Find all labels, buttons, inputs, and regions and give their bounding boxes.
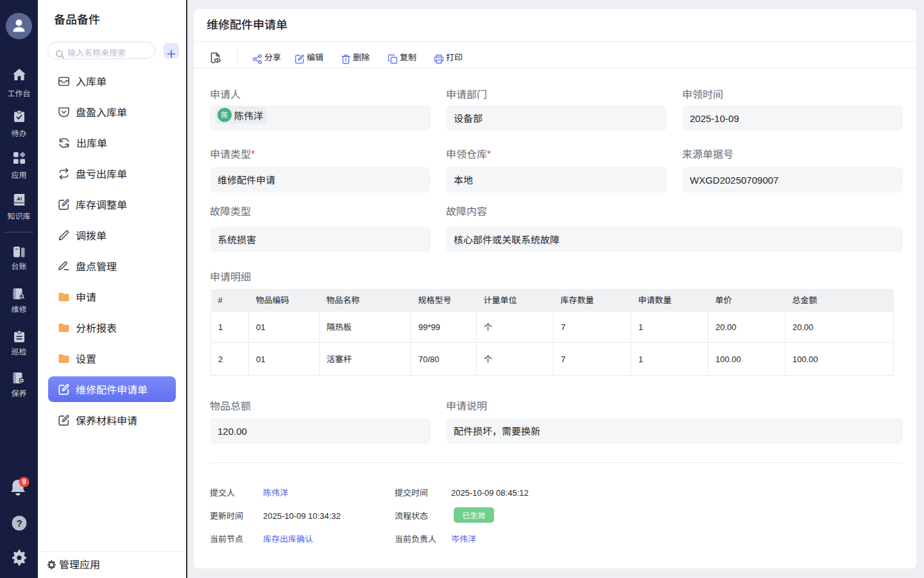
- svg-text:陈: 陈: [221, 109, 228, 119]
- svg-text:AI: AI: [16, 196, 22, 202]
- svg-text:?: ?: [16, 518, 22, 529]
- svg-text:9: 9: [22, 478, 26, 486]
